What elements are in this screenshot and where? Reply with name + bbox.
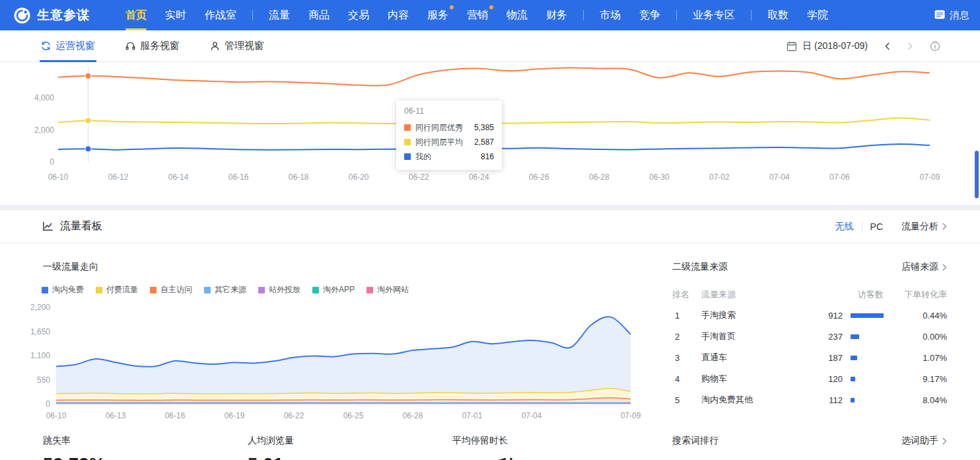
view-tabs: 运营视窗服务视窗管理视窗 (41, 30, 295, 61)
source-cell: 直通车 (701, 352, 804, 364)
traffic-source-row[interactable]: 3直通车1871.07% (672, 347, 947, 368)
nav-item-war-room[interactable]: 作战室 (195, 0, 246, 30)
chevron-right-icon[interactable] (907, 42, 913, 50)
nav-item-service[interactable]: 服务 (418, 0, 458, 30)
word-helper-link[interactable]: 选词助手 (901, 435, 947, 447)
legend-item-offsite-ads[interactable]: 站外投放 (258, 284, 300, 295)
visitors-cell: 912 (804, 311, 843, 321)
rank-cell: 4 (672, 374, 701, 384)
nav-item-label: 市场 (600, 9, 621, 22)
svg-text:07-09: 07-09 (920, 172, 940, 182)
nav-item-realtime[interactable]: 实时 (156, 0, 195, 30)
nav-item-trade[interactable]: 交易 (339, 0, 378, 30)
traffic-source-row[interactable]: 4购物车1209.17% (672, 368, 947, 389)
nav-item-content[interactable]: 内容 (378, 0, 418, 30)
visitors-bar-cell (843, 334, 884, 339)
series-name: 我的 (415, 151, 431, 163)
logo[interactable]: 生意参谋 (13, 7, 90, 24)
nav-item-traffic[interactable]: 流量 (260, 0, 299, 30)
toggle-pc[interactable]: PC (870, 221, 883, 232)
metric-2: 平均停留时长17.48秒 (452, 435, 657, 460)
svg-text:06-16: 06-16 (165, 411, 186, 420)
nav-item-logistics[interactable]: 物流 (497, 0, 537, 30)
nav-item-market[interactable]: 市场 (590, 0, 630, 30)
shop-source-label: 店铺来源 (901, 261, 938, 273)
legend-item-external-site[interactable]: 淘外网站 (367, 284, 409, 295)
nav-item-data-fetch[interactable]: 取数 (758, 0, 798, 30)
scrollbar-thumb[interactable] (975, 151, 979, 198)
info-icon[interactable] (930, 41, 940, 52)
visitors-bar-cell (843, 356, 884, 360)
metric-label: 人均浏览量 (248, 435, 452, 447)
svg-text:0: 0 (50, 157, 54, 167)
legend-swatch (96, 287, 102, 293)
legend-label: 淘内免费 (52, 284, 84, 295)
nav-item-product[interactable]: 商品 (299, 0, 339, 30)
nav-item-finance[interactable]: 财务 (537, 0, 577, 30)
series-name: 同行同层平均 (415, 137, 463, 148)
conversion-cell: 0.44% (884, 311, 947, 321)
svg-text:0: 0 (46, 399, 50, 408)
legend-item-other-source[interactable]: 其它来源 (204, 284, 246, 295)
legend-item-external-app[interactable]: 淘外APP (312, 284, 355, 295)
traffic-source-row[interactable]: 1手淘搜索9120.44% (672, 305, 947, 326)
nav-item-marketing[interactable]: 营销 (458, 0, 497, 30)
traffic-source-row[interactable]: 2手淘首页2370.00% (672, 326, 947, 347)
nav-item-label: 服务 (427, 9, 448, 22)
traffic-area-chart[interactable]: 05501,1001,6502,20006-1006-1306-1606-190… (0, 298, 660, 428)
lv2-traffic-panel: 二级流量来源 店铺来源 排名 流量来源 访客数 下单转化率 1手淘搜索9120.… (672, 261, 947, 410)
nav-item-business-zone[interactable]: 业务专区 (683, 0, 744, 30)
svg-text:07-06: 07-06 (829, 172, 850, 182)
lv2-traffic-title: 二级流量来源 (672, 261, 728, 273)
series-value: 5,385 (474, 123, 494, 132)
col-visitors: 访客数 (804, 289, 884, 301)
svg-text:06-16: 06-16 (228, 172, 249, 182)
visitors-cell: 112 (804, 395, 843, 405)
svg-text:2,000: 2,000 (34, 126, 54, 135)
traffic-analysis-link[interactable]: 流量分析 (901, 221, 947, 233)
svg-text:07-04: 07-04 (522, 411, 542, 420)
chart-legend: 淘内免费付费流量自主访问其它来源站外投放淘外APP淘外网站 (42, 284, 409, 295)
nav-divider (751, 10, 752, 20)
lv1-traffic-title: 一级流量走向 (43, 261, 98, 273)
tab-operations-view[interactable]: 运营视窗 (41, 30, 95, 61)
legend-swatch (258, 287, 265, 293)
tab-label: 运营视窗 (55, 40, 95, 52)
legend-item-paid-traffic[interactable]: 付费流量 (96, 284, 138, 295)
nav-item-label: 交易 (348, 9, 369, 22)
svg-text:1,650: 1,650 (30, 327, 50, 336)
board-header-controls: 无线 PC 流量分析 (835, 221, 947, 233)
traffic-source-row[interactable]: 5淘内免费其他1128.04% (672, 389, 947, 410)
visitors-bar (851, 313, 884, 318)
visitors-cell: 237 (804, 332, 843, 342)
nav-item-home[interactable]: 首页 (116, 0, 156, 30)
search-rank-title: 搜索词排行 (672, 435, 718, 447)
sync-icon (41, 41, 51, 51)
primary-nav: 首页实时作战室流量商品交易内容服务营销物流财务市场竞争业务专区取数学院 (116, 0, 837, 30)
messages-button[interactable]: 消息 (934, 9, 969, 22)
svg-text:07-02: 07-02 (709, 172, 730, 182)
metric-label: 跳失率 (43, 435, 248, 447)
source-cell: 淘内免费其他 (701, 394, 804, 406)
legend-item-self-visit[interactable]: 自主访问 (150, 284, 192, 295)
legend-item-taobao-free[interactable]: 淘内免费 (42, 284, 84, 295)
search-rank-panel: 搜索词排行 选词助手 (672, 435, 947, 447)
chevron-left-icon[interactable] (885, 42, 890, 50)
svg-text:07-01: 07-01 (462, 411, 483, 420)
series-swatch (404, 139, 411, 145)
tab-management-view[interactable]: 管理视窗 (210, 30, 264, 61)
metric-value: 17.48秒 (452, 455, 657, 460)
nav-item-competition[interactable]: 竞争 (630, 0, 670, 30)
series-swatch (404, 153, 411, 160)
date-picker[interactable]: 日 (2018-07-09) (787, 40, 868, 52)
nav-item-label: 业务专区 (693, 9, 735, 22)
svg-text:06-19: 06-19 (225, 411, 245, 420)
tab-service-view[interactable]: 服务视窗 (125, 30, 180, 61)
nav-item-academy[interactable]: 学院 (798, 0, 837, 30)
toggle-wireless[interactable]: 无线 (835, 221, 854, 233)
conversion-cell: 8.04% (884, 395, 947, 405)
chevron-right-icon (942, 264, 947, 271)
shop-source-link[interactable]: 店铺来源 (901, 261, 947, 273)
nav-item-label: 作战室 (205, 9, 236, 22)
nav-divider (583, 10, 584, 20)
